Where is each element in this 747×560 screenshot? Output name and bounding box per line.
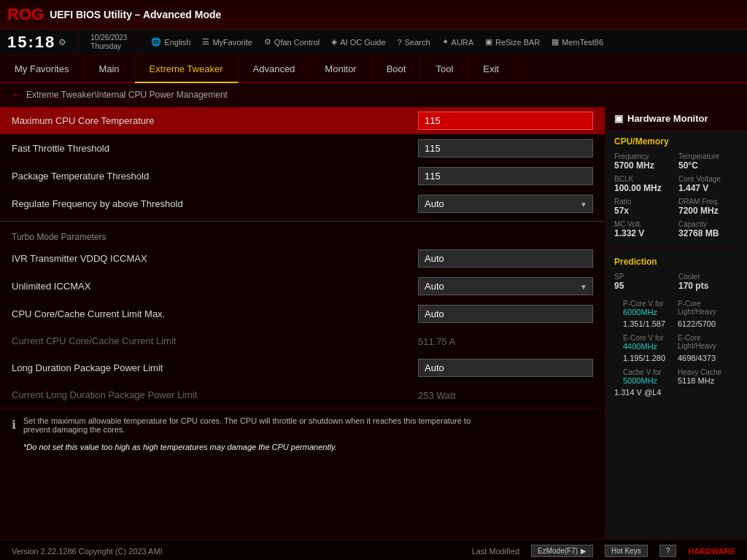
- menu-icon: ☰: [202, 37, 209, 47]
- day-display: Thursday: [90, 42, 127, 51]
- info-text: Set the maximum allowable temperature fo…: [23, 416, 471, 451]
- breadcrumb-back-arrow[interactable]: ←: [12, 89, 22, 101]
- stat-sp: SP 95: [614, 273, 674, 291]
- content-panel: Maximum CPU Core Temperature Fast Thrott…: [0, 107, 605, 539]
- select-unlimited-iccmax[interactable]: Auto: [418, 277, 593, 295]
- date-display: 10/26/2023: [90, 34, 127, 42]
- nav-boot[interactable]: Boot: [372, 55, 422, 82]
- footer-ezmode-button[interactable]: EzMode(F7) ▶: [531, 545, 593, 557]
- stat-core-voltage: Core Voltage 1.447 V: [678, 175, 738, 193]
- header-title: UEFI BIOS Utility – Advanced Mode: [50, 9, 221, 20]
- ecore-v-row: E-Core V for 4400MHz E-Core Light/Heavy …: [605, 331, 747, 365]
- input-long-duration-power[interactable]: [418, 359, 593, 377]
- input-max-cpu-temp[interactable]: [418, 112, 593, 130]
- panel-title: ▣ Hardware Monitor: [605, 107, 747, 131]
- nav-extreme-tweaker[interactable]: Extreme Tweaker: [135, 55, 239, 83]
- value-regulate-freq[interactable]: Auto: [418, 195, 593, 213]
- info-icon: ℹ: [12, 418, 16, 451]
- value-current-long-duration: 253 Watt: [418, 389, 593, 402]
- header: ROG UEFI BIOS Utility – Advanced Mode: [0, 0, 747, 29]
- header-logo: ROG UEFI BIOS Utility – Advanced Mode: [7, 5, 221, 24]
- label-long-duration-power: Long Duration Package Power Limit: [12, 362, 418, 373]
- cache-freq-link[interactable]: 5000MHz: [623, 376, 675, 385]
- value-package-temp[interactable]: [418, 167, 593, 185]
- row-unlimited-iccmax[interactable]: Unlimited ICCMAX Auto: [0, 273, 605, 300]
- label-max-cpu-temp: Maximum CPU Core Temperature: [12, 115, 418, 126]
- section-cpu-memory: CPU/Memory: [605, 131, 747, 149]
- toolbar-item-myfavorite[interactable]: ☰ MyFavorite: [202, 37, 252, 47]
- input-cpu-core-cache-limit[interactable]: [418, 305, 593, 323]
- value-current-cpu-core-cache: 511.75 A: [418, 335, 593, 348]
- toolbar-item-aioc[interactable]: ◈ AI OC Guide: [331, 37, 385, 47]
- info-line2: prevent damaging the cores.: [23, 425, 471, 434]
- value-unlimited-iccmax[interactable]: Auto: [418, 277, 593, 295]
- footer-help-button[interactable]: ?: [659, 545, 677, 557]
- toolbar-item-resizebar[interactable]: ▣ ReSize BAR: [485, 37, 540, 47]
- fan-icon: ⚙: [264, 37, 271, 47]
- row-fast-throttle[interactable]: Fast Throttle Threshold: [0, 135, 605, 163]
- toolbar: 15:18 ⚙ 10/26/2023 Thursday 🌐 English ☰ …: [0, 29, 747, 55]
- stat-mc-volt: MC Volt. 1.332 V: [614, 220, 674, 238]
- memtest-icon: ▦: [551, 37, 559, 47]
- prediction-sp-cooler: SP 95 Cooler 170 pts: [605, 270, 747, 297]
- value-long-duration-power[interactable]: [418, 359, 593, 377]
- pcore-v-row: P-Core V for 6000MHz P-Core Light/Heavy …: [605, 297, 747, 331]
- cpu-stats-grid: Frequency 5700 MHz Temperature 50°C BCLK…: [605, 149, 747, 244]
- row-ivr-transmitter[interactable]: IVR Transmitter VDDQ ICCMAX: [0, 245, 605, 273]
- panel-divider-1: [614, 247, 738, 248]
- right-panel: ▣ Hardware Monitor CPU/Memory Frequency …: [605, 107, 747, 539]
- value-fast-throttle[interactable]: [418, 139, 593, 158]
- footer-right: Last Modified EzMode(F7) ▶ Hot Keys ? HA…: [472, 545, 735, 557]
- nav-advanced[interactable]: Advanced: [239, 55, 311, 82]
- input-fast-throttle[interactable]: [418, 139, 593, 158]
- stat-bclk: BCLK 100.00 MHz: [614, 175, 674, 193]
- row-current-cpu-core-cache: Current CPU Core/Cache Current Limit 511…: [0, 328, 605, 354]
- hotkeys-label: Hot Keys: [611, 547, 641, 555]
- nav-my-favorites[interactable]: My Favorites: [0, 55, 84, 82]
- toolbar-item-memtest[interactable]: ▦ MemTest86: [551, 37, 603, 47]
- toolbar-item-qfan[interactable]: ⚙ Qfan Control: [264, 37, 320, 47]
- value-ivr-transmitter[interactable]: [418, 249, 593, 268]
- pcore-freq-link[interactable]: 6000MHz: [623, 308, 675, 316]
- nav-main[interactable]: Main: [84, 55, 134, 82]
- footer-hotkeys-button[interactable]: Hot Keys: [605, 545, 648, 557]
- footer-last-modified: Last Modified: [472, 547, 519, 556]
- help-label: ?: [666, 547, 670, 555]
- row-regulate-freq[interactable]: Regulate Frequency by above Threshold Au…: [0, 190, 605, 218]
- section-divider-1: [0, 221, 605, 222]
- value-cpu-core-cache-limit[interactable]: [418, 305, 593, 323]
- label-fast-throttle: Fast Throttle Threshold: [12, 143, 418, 154]
- nav-exit[interactable]: Exit: [468, 55, 514, 82]
- row-package-temp[interactable]: Package Temperature Threshold: [0, 163, 605, 190]
- search-icon: ?: [398, 38, 402, 47]
- stat-ratio: Ratio 57x: [614, 198, 674, 216]
- row-cpu-core-cache-limit[interactable]: CPU Core/Cache Current Limit Max.: [0, 300, 605, 328]
- stat-capacity: Capacity 32768 MB: [678, 220, 738, 238]
- toolbar-item-aura[interactable]: ✦ AURA: [442, 37, 474, 47]
- section-header-turbo: Turbo Mode Parameters: [0, 225, 605, 245]
- toolbar-item-search[interactable]: ? Search: [398, 38, 430, 47]
- aura-icon: ✦: [442, 37, 449, 47]
- ecore-freq-link[interactable]: 4400MHz: [623, 342, 675, 351]
- text-current-cpu-core-cache: 511.75 A: [418, 336, 455, 347]
- toolbar-item-language[interactable]: 🌐 English: [151, 37, 190, 47]
- nav-tool[interactable]: Tool: [421, 55, 468, 82]
- nav-monitor[interactable]: Monitor: [310, 55, 371, 82]
- ezmode-label: EzMode(F7): [538, 547, 578, 555]
- input-ivr-transmitter[interactable]: [418, 249, 593, 268]
- value-max-cpu-temp[interactable]: [418, 112, 593, 130]
- section-prediction: Prediction: [605, 251, 747, 270]
- select-regulate-freq[interactable]: Auto: [418, 195, 593, 213]
- stat-dram-freq: DRAM Freq. 7200 MHz: [678, 198, 738, 216]
- row-max-cpu-temp[interactable]: Maximum CPU Core Temperature: [0, 107, 605, 135]
- navbar: My Favorites Main Extreme Tweaker Advanc…: [0, 55, 747, 83]
- breadcrumb: ← Extreme Tweaker\Internal CPU Power Man…: [0, 83, 747, 107]
- label-cpu-core-cache-limit: CPU Core/Cache Current Limit Max.: [12, 308, 418, 319]
- main-layout: Maximum CPU Core Temperature Fast Thrott…: [0, 107, 747, 539]
- ai-icon: ◈: [331, 37, 337, 47]
- ezmode-icon: ▶: [581, 547, 587, 555]
- row-long-duration-power[interactable]: Long Duration Package Power Limit: [0, 354, 605, 382]
- input-package-temp[interactable]: [418, 167, 593, 185]
- label-current-cpu-core-cache: Current CPU Core/Cache Current Limit: [12, 335, 418, 346]
- stat-temperature: Temperature 50°C: [678, 152, 738, 171]
